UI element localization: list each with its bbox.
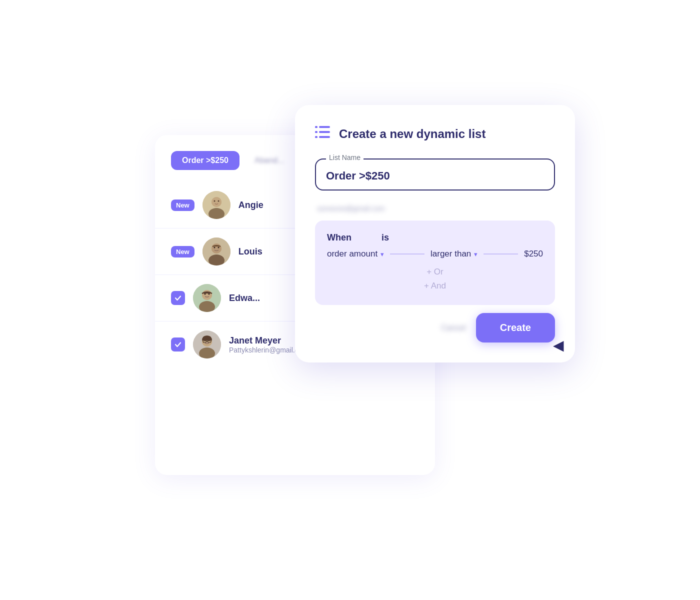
operator-dropdown[interactable]: larger than ▾ <box>430 249 478 259</box>
svg-rect-30 <box>319 136 330 138</box>
blurred-cancel: Cancel <box>441 324 466 332</box>
scene: Order >$250 Aband... New Angie <box>125 75 575 525</box>
list-name-label: List Name <box>326 154 364 162</box>
field-dropdown[interactable]: order amount ▾ <box>327 249 384 259</box>
condition-divider <box>390 254 424 254</box>
avatar <box>193 284 221 312</box>
list-name-wrapper[interactable]: List Name Order >$250 <box>315 158 555 190</box>
modal-footer: Cancel Create ◀ <box>315 313 555 342</box>
avatar <box>193 330 221 358</box>
svg-point-4 <box>214 200 215 202</box>
condition-row: order amount ▾ larger than ▾ $250 <box>327 249 543 259</box>
badge-new: New <box>171 200 194 211</box>
operator-value: larger than <box>430 249 471 259</box>
condition-header: When is <box>327 232 543 243</box>
blurred-email: someone@gmail.com <box>315 204 555 212</box>
amount-value: $250 <box>524 249 543 259</box>
svg-point-3 <box>212 197 222 207</box>
avatar <box>202 238 230 266</box>
condition-box: When is order amount ▾ larger than ▾ $25… <box>315 220 555 305</box>
checkbox[interactable] <box>171 338 185 352</box>
svg-point-11 <box>218 247 219 248</box>
field-dropdown-arrow: ▾ <box>380 250 384 258</box>
avatar <box>202 191 230 219</box>
tab-order[interactable]: Order >$250 <box>171 151 240 170</box>
svg-rect-29 <box>319 131 330 133</box>
svg-rect-32 <box>315 131 318 133</box>
list-name-value: Order >$250 <box>326 170 544 182</box>
modal-header: Create a new dynamic list <box>315 125 555 142</box>
create-button[interactable]: Create <box>476 313 555 342</box>
svg-rect-31 <box>315 126 318 128</box>
or-button[interactable]: + Or <box>327 267 543 277</box>
list-icon <box>315 125 331 142</box>
create-list-modal: Create a new dynamic list List Name Orde… <box>295 105 575 362</box>
cursor-icon: ◀ <box>553 337 564 354</box>
svg-rect-28 <box>319 126 330 128</box>
list-name-field: List Name Order >$250 <box>315 158 555 190</box>
checkbox[interactable] <box>171 291 185 305</box>
field-value: order amount <box>327 249 378 259</box>
svg-point-10 <box>214 247 215 248</box>
badge-new: New <box>171 246 194 258</box>
svg-rect-33 <box>315 136 318 138</box>
svg-point-5 <box>218 200 219 202</box>
modal-title: Create a new dynamic list <box>339 127 486 141</box>
tab-abandoned[interactable]: Aband... <box>244 151 296 170</box>
operator-dropdown-arrow: ▾ <box>474 250 478 258</box>
or-and-container: + Or + And <box>327 267 543 291</box>
is-label: is <box>382 232 389 243</box>
and-button[interactable]: + And <box>327 281 543 291</box>
when-label: When <box>327 232 352 243</box>
condition-divider-2 <box>484 254 518 254</box>
